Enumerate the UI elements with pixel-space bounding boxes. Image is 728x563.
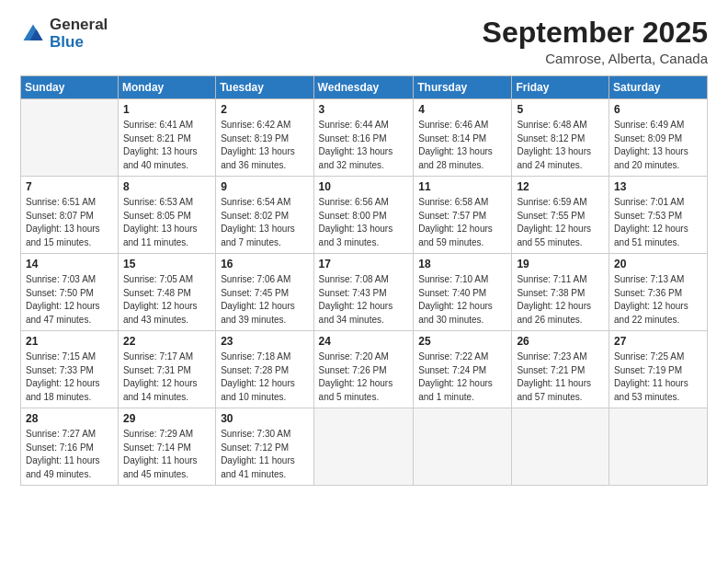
sunset-text: Sunset: 7:40 PM xyxy=(418,288,486,298)
daylight-text: Daylight: 12 hours and 51 minutes. xyxy=(614,224,688,247)
daylight-text: Daylight: 13 hours and 40 minutes. xyxy=(123,146,198,170)
sunrise-text: Sunrise: 7:22 AM xyxy=(418,351,488,362)
calendar-day-cell: 4Sunrise: 6:46 AMSunset: 8:14 PMDaylight… xyxy=(414,99,512,177)
daylight-text: Daylight: 11 hours and 49 minutes. xyxy=(26,455,100,479)
page: General Blue September 2025 Camrose, Alb… xyxy=(0,0,728,563)
sunrise-text: Sunrise: 6:59 AM xyxy=(517,197,586,207)
day-number: 6 xyxy=(614,103,702,116)
sunset-text: Sunset: 7:19 PM xyxy=(614,365,682,375)
header-saturday: Saturday xyxy=(609,76,708,99)
calendar-week-row: 1Sunrise: 6:41 AMSunset: 8:21 PMDaylight… xyxy=(21,99,708,177)
sunrise-text: Sunrise: 7:08 AM xyxy=(319,274,389,284)
calendar-day-cell xyxy=(414,408,512,486)
calendar-day-cell: 29Sunrise: 7:29 AMSunset: 7:14 PMDayligh… xyxy=(118,408,215,486)
day-info: Sunrise: 6:56 AMSunset: 8:00 PMDaylight:… xyxy=(319,196,409,249)
sunrise-text: Sunrise: 6:49 AM xyxy=(614,120,684,130)
day-info: Sunrise: 6:44 AMSunset: 8:16 PMDaylight:… xyxy=(319,119,409,172)
sunset-text: Sunset: 7:16 PM xyxy=(26,442,94,453)
day-number: 18 xyxy=(418,258,506,270)
sunset-text: Sunset: 7:48 PM xyxy=(123,288,191,298)
day-info: Sunrise: 6:53 AMSunset: 8:05 PMDaylight:… xyxy=(123,196,210,249)
sunset-text: Sunset: 7:31 PM xyxy=(123,365,191,375)
daylight-text: Daylight: 12 hours and 34 minutes. xyxy=(319,301,393,325)
daylight-text: Daylight: 13 hours and 24 minutes. xyxy=(517,146,591,170)
day-number: 21 xyxy=(26,335,113,348)
day-number: 24 xyxy=(319,335,409,348)
day-number: 19 xyxy=(517,258,604,270)
calendar-day-cell: 18Sunrise: 7:10 AMSunset: 7:40 PMDayligh… xyxy=(414,254,512,331)
sunset-text: Sunset: 7:33 PM xyxy=(26,365,94,375)
daylight-text: Daylight: 11 hours and 41 minutes. xyxy=(221,455,295,479)
day-number: 4 xyxy=(418,103,506,116)
calendar-day-cell: 17Sunrise: 7:08 AMSunset: 7:43 PMDayligh… xyxy=(313,254,414,331)
sunrise-text: Sunrise: 6:42 AM xyxy=(221,120,290,130)
calendar-day-cell: 15Sunrise: 7:05 AMSunset: 7:48 PMDayligh… xyxy=(118,254,215,331)
header-thursday: Thursday xyxy=(414,76,512,99)
day-number: 13 xyxy=(614,180,702,193)
header-tuesday: Tuesday xyxy=(216,76,313,99)
daylight-text: Daylight: 12 hours and 30 minutes. xyxy=(418,301,493,325)
calendar-day-cell: 2Sunrise: 6:42 AMSunset: 8:19 PMDaylight… xyxy=(216,99,313,177)
day-number: 7 xyxy=(26,180,113,193)
day-number: 26 xyxy=(517,335,604,348)
day-info: Sunrise: 7:20 AMSunset: 7:26 PMDaylight:… xyxy=(319,350,409,404)
day-info: Sunrise: 6:41 AMSunset: 8:21 PMDaylight:… xyxy=(123,119,210,172)
sunrise-text: Sunrise: 6:41 AM xyxy=(123,120,193,130)
sunrise-text: Sunrise: 7:11 AM xyxy=(517,274,586,284)
calendar-day-cell xyxy=(313,408,414,486)
calendar-day-cell: 19Sunrise: 7:11 AMSunset: 7:38 PMDayligh… xyxy=(512,254,609,331)
day-info: Sunrise: 7:18 AMSunset: 7:28 PMDaylight:… xyxy=(221,350,308,404)
sunset-text: Sunset: 7:45 PM xyxy=(221,288,289,298)
day-info: Sunrise: 6:48 AMSunset: 8:12 PMDaylight:… xyxy=(517,119,604,172)
sunrise-text: Sunrise: 7:06 AM xyxy=(221,274,290,284)
day-number: 5 xyxy=(517,103,604,116)
daylight-text: Daylight: 12 hours and 22 minutes. xyxy=(614,301,688,325)
day-number: 9 xyxy=(221,180,308,193)
calendar-day-cell: 28Sunrise: 7:27 AMSunset: 7:16 PMDayligh… xyxy=(21,408,119,486)
daylight-text: Daylight: 12 hours and 43 minutes. xyxy=(123,301,198,325)
day-number: 15 xyxy=(123,258,210,270)
sunrise-text: Sunrise: 7:23 AM xyxy=(517,351,586,362)
sunset-text: Sunset: 7:43 PM xyxy=(319,288,387,298)
calendar-day-cell xyxy=(609,408,708,486)
calendar-day-cell: 6Sunrise: 6:49 AMSunset: 8:09 PMDaylight… xyxy=(609,99,708,177)
logo-general-label: General xyxy=(50,17,108,34)
daylight-text: Daylight: 11 hours and 45 minutes. xyxy=(123,455,198,479)
sunrise-text: Sunrise: 7:25 AM xyxy=(614,351,684,362)
sunrise-text: Sunrise: 7:27 AM xyxy=(26,429,96,439)
daylight-text: Daylight: 12 hours and 59 minutes. xyxy=(418,224,493,247)
daylight-text: Daylight: 11 hours and 53 minutes. xyxy=(614,378,688,402)
calendar-day-cell: 14Sunrise: 7:03 AMSunset: 7:50 PMDayligh… xyxy=(21,254,119,331)
logo-icon xyxy=(20,21,46,47)
calendar-day-cell: 16Sunrise: 7:06 AMSunset: 7:45 PMDayligh… xyxy=(216,254,313,331)
calendar-day-cell: 10Sunrise: 6:56 AMSunset: 8:00 PMDayligh… xyxy=(313,177,414,254)
sunrise-text: Sunrise: 6:48 AM xyxy=(517,120,586,130)
calendar-day-cell xyxy=(21,99,119,177)
day-info: Sunrise: 6:46 AMSunset: 8:14 PMDaylight:… xyxy=(418,119,506,172)
daylight-text: Daylight: 12 hours and 10 minutes. xyxy=(221,378,295,402)
day-info: Sunrise: 6:54 AMSunset: 8:02 PMDaylight:… xyxy=(221,196,308,249)
sunrise-text: Sunrise: 6:51 AM xyxy=(26,197,96,207)
logo: General Blue xyxy=(20,17,108,51)
day-number: 17 xyxy=(319,258,409,270)
daylight-text: Daylight: 12 hours and 14 minutes. xyxy=(123,378,198,402)
header-friday: Friday xyxy=(512,76,609,99)
calendar-day-cell: 27Sunrise: 7:25 AMSunset: 7:19 PMDayligh… xyxy=(609,331,708,408)
calendar-body: 1Sunrise: 6:41 AMSunset: 8:21 PMDaylight… xyxy=(21,99,708,486)
calendar-day-cell: 25Sunrise: 7:22 AMSunset: 7:24 PMDayligh… xyxy=(414,331,512,408)
sunrise-text: Sunrise: 7:01 AM xyxy=(614,197,684,207)
day-number: 27 xyxy=(614,335,702,348)
sunrise-text: Sunrise: 7:03 AM xyxy=(26,274,96,284)
sunset-text: Sunset: 7:12 PM xyxy=(221,442,289,453)
sunset-text: Sunset: 8:12 PM xyxy=(517,133,585,144)
sunrise-text: Sunrise: 7:29 AM xyxy=(123,429,193,439)
day-info: Sunrise: 7:23 AMSunset: 7:21 PMDaylight:… xyxy=(517,350,604,404)
calendar-day-cell: 8Sunrise: 6:53 AMSunset: 8:05 PMDaylight… xyxy=(118,177,215,254)
day-info: Sunrise: 7:22 AMSunset: 7:24 PMDaylight:… xyxy=(418,350,506,404)
sunset-text: Sunset: 7:28 PM xyxy=(221,365,289,375)
calendar-week-row: 21Sunrise: 7:15 AMSunset: 7:33 PMDayligh… xyxy=(21,331,708,408)
day-number: 11 xyxy=(418,180,506,193)
daylight-text: Daylight: 13 hours and 3 minutes. xyxy=(319,224,393,247)
logo-text: General Blue xyxy=(50,17,108,51)
sunset-text: Sunset: 8:05 PM xyxy=(123,211,191,221)
